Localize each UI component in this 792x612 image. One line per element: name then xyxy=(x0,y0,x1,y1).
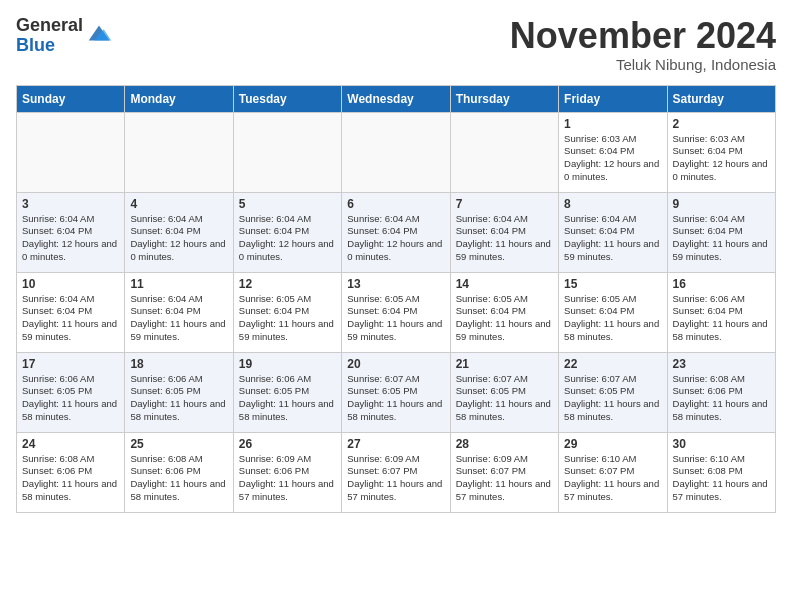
page-header: General Blue November 2024 Teluk Nibung,… xyxy=(16,16,776,73)
weekday-header-tuesday: Tuesday xyxy=(233,85,341,112)
calendar-cell: 17Sunrise: 6:06 AM Sunset: 6:05 PM Dayli… xyxy=(17,352,125,432)
weekday-header-saturday: Saturday xyxy=(667,85,775,112)
day-info: Sunrise: 6:04 AM Sunset: 6:04 PM Dayligh… xyxy=(347,213,444,264)
day-number: 3 xyxy=(22,197,119,211)
day-info: Sunrise: 6:04 AM Sunset: 6:04 PM Dayligh… xyxy=(130,293,227,344)
calendar-cell xyxy=(17,112,125,192)
day-info: Sunrise: 6:03 AM Sunset: 6:04 PM Dayligh… xyxy=(673,133,770,184)
day-info: Sunrise: 6:06 AM Sunset: 6:05 PM Dayligh… xyxy=(22,373,119,424)
day-info: Sunrise: 6:04 AM Sunset: 6:04 PM Dayligh… xyxy=(239,213,336,264)
weekday-header-monday: Monday xyxy=(125,85,233,112)
calendar-cell xyxy=(450,112,558,192)
logo-icon xyxy=(85,20,113,48)
day-info: Sunrise: 6:05 AM Sunset: 6:04 PM Dayligh… xyxy=(239,293,336,344)
day-number: 11 xyxy=(130,277,227,291)
day-number: 2 xyxy=(673,117,770,131)
day-info: Sunrise: 6:06 AM Sunset: 6:05 PM Dayligh… xyxy=(239,373,336,424)
calendar-cell: 30Sunrise: 6:10 AM Sunset: 6:08 PM Dayli… xyxy=(667,432,775,512)
calendar-cell: 24Sunrise: 6:08 AM Sunset: 6:06 PM Dayli… xyxy=(17,432,125,512)
day-number: 15 xyxy=(564,277,661,291)
calendar-cell: 21Sunrise: 6:07 AM Sunset: 6:05 PM Dayli… xyxy=(450,352,558,432)
day-info: Sunrise: 6:10 AM Sunset: 6:08 PM Dayligh… xyxy=(673,453,770,504)
weekday-header-wednesday: Wednesday xyxy=(342,85,450,112)
weekday-header-thursday: Thursday xyxy=(450,85,558,112)
day-info: Sunrise: 6:05 AM Sunset: 6:04 PM Dayligh… xyxy=(456,293,553,344)
day-number: 13 xyxy=(347,277,444,291)
calendar-week-row: 24Sunrise: 6:08 AM Sunset: 6:06 PM Dayli… xyxy=(17,432,776,512)
calendar-cell: 28Sunrise: 6:09 AM Sunset: 6:07 PM Dayli… xyxy=(450,432,558,512)
day-number: 21 xyxy=(456,357,553,371)
calendar-table: SundayMondayTuesdayWednesdayThursdayFrid… xyxy=(16,85,776,513)
day-number: 28 xyxy=(456,437,553,451)
day-info: Sunrise: 6:04 AM Sunset: 6:04 PM Dayligh… xyxy=(22,213,119,264)
calendar-cell: 15Sunrise: 6:05 AM Sunset: 6:04 PM Dayli… xyxy=(559,272,667,352)
day-info: Sunrise: 6:07 AM Sunset: 6:05 PM Dayligh… xyxy=(347,373,444,424)
calendar-cell: 19Sunrise: 6:06 AM Sunset: 6:05 PM Dayli… xyxy=(233,352,341,432)
day-number: 27 xyxy=(347,437,444,451)
day-number: 18 xyxy=(130,357,227,371)
calendar-week-row: 10Sunrise: 6:04 AM Sunset: 6:04 PM Dayli… xyxy=(17,272,776,352)
day-number: 26 xyxy=(239,437,336,451)
calendar-cell: 6Sunrise: 6:04 AM Sunset: 6:04 PM Daylig… xyxy=(342,192,450,272)
day-number: 10 xyxy=(22,277,119,291)
calendar-cell: 9Sunrise: 6:04 AM Sunset: 6:04 PM Daylig… xyxy=(667,192,775,272)
calendar-cell: 1Sunrise: 6:03 AM Sunset: 6:04 PM Daylig… xyxy=(559,112,667,192)
day-info: Sunrise: 6:06 AM Sunset: 6:05 PM Dayligh… xyxy=(130,373,227,424)
day-number: 17 xyxy=(22,357,119,371)
calendar-cell xyxy=(233,112,341,192)
calendar-cell: 22Sunrise: 6:07 AM Sunset: 6:05 PM Dayli… xyxy=(559,352,667,432)
day-number: 8 xyxy=(564,197,661,211)
day-info: Sunrise: 6:04 AM Sunset: 6:04 PM Dayligh… xyxy=(673,213,770,264)
day-number: 25 xyxy=(130,437,227,451)
logo-blue: Blue xyxy=(16,35,55,55)
calendar-cell: 26Sunrise: 6:09 AM Sunset: 6:06 PM Dayli… xyxy=(233,432,341,512)
day-number: 19 xyxy=(239,357,336,371)
day-info: Sunrise: 6:08 AM Sunset: 6:06 PM Dayligh… xyxy=(130,453,227,504)
day-info: Sunrise: 6:04 AM Sunset: 6:04 PM Dayligh… xyxy=(130,213,227,264)
weekday-header-friday: Friday xyxy=(559,85,667,112)
day-number: 1 xyxy=(564,117,661,131)
calendar-cell: 25Sunrise: 6:08 AM Sunset: 6:06 PM Dayli… xyxy=(125,432,233,512)
logo: General Blue xyxy=(16,16,113,56)
day-info: Sunrise: 6:05 AM Sunset: 6:04 PM Dayligh… xyxy=(347,293,444,344)
calendar-cell: 2Sunrise: 6:03 AM Sunset: 6:04 PM Daylig… xyxy=(667,112,775,192)
day-info: Sunrise: 6:06 AM Sunset: 6:04 PM Dayligh… xyxy=(673,293,770,344)
day-number: 4 xyxy=(130,197,227,211)
calendar-cell: 5Sunrise: 6:04 AM Sunset: 6:04 PM Daylig… xyxy=(233,192,341,272)
calendar-cell xyxy=(125,112,233,192)
day-number: 7 xyxy=(456,197,553,211)
day-number: 9 xyxy=(673,197,770,211)
day-info: Sunrise: 6:10 AM Sunset: 6:07 PM Dayligh… xyxy=(564,453,661,504)
day-info: Sunrise: 6:09 AM Sunset: 6:07 PM Dayligh… xyxy=(347,453,444,504)
day-info: Sunrise: 6:04 AM Sunset: 6:04 PM Dayligh… xyxy=(564,213,661,264)
title-area: November 2024 Teluk Nibung, Indonesia xyxy=(510,16,776,73)
calendar-cell: 3Sunrise: 6:04 AM Sunset: 6:04 PM Daylig… xyxy=(17,192,125,272)
day-number: 20 xyxy=(347,357,444,371)
calendar-cell: 8Sunrise: 6:04 AM Sunset: 6:04 PM Daylig… xyxy=(559,192,667,272)
calendar-cell: 29Sunrise: 6:10 AM Sunset: 6:07 PM Dayli… xyxy=(559,432,667,512)
calendar-cell: 23Sunrise: 6:08 AM Sunset: 6:06 PM Dayli… xyxy=(667,352,775,432)
calendar-cell: 13Sunrise: 6:05 AM Sunset: 6:04 PM Dayli… xyxy=(342,272,450,352)
logo-general: General xyxy=(16,15,83,35)
calendar-cell: 27Sunrise: 6:09 AM Sunset: 6:07 PM Dayli… xyxy=(342,432,450,512)
day-number: 24 xyxy=(22,437,119,451)
location: Teluk Nibung, Indonesia xyxy=(510,56,776,73)
day-info: Sunrise: 6:08 AM Sunset: 6:06 PM Dayligh… xyxy=(673,373,770,424)
calendar-cell: 7Sunrise: 6:04 AM Sunset: 6:04 PM Daylig… xyxy=(450,192,558,272)
calendar-cell: 12Sunrise: 6:05 AM Sunset: 6:04 PM Dayli… xyxy=(233,272,341,352)
calendar-cell: 4Sunrise: 6:04 AM Sunset: 6:04 PM Daylig… xyxy=(125,192,233,272)
calendar-cell: 14Sunrise: 6:05 AM Sunset: 6:04 PM Dayli… xyxy=(450,272,558,352)
day-number: 14 xyxy=(456,277,553,291)
calendar-cell: 10Sunrise: 6:04 AM Sunset: 6:04 PM Dayli… xyxy=(17,272,125,352)
calendar-week-row: 3Sunrise: 6:04 AM Sunset: 6:04 PM Daylig… xyxy=(17,192,776,272)
calendar-week-row: 17Sunrise: 6:06 AM Sunset: 6:05 PM Dayli… xyxy=(17,352,776,432)
day-info: Sunrise: 6:08 AM Sunset: 6:06 PM Dayligh… xyxy=(22,453,119,504)
day-info: Sunrise: 6:04 AM Sunset: 6:04 PM Dayligh… xyxy=(22,293,119,344)
day-number: 29 xyxy=(564,437,661,451)
day-number: 5 xyxy=(239,197,336,211)
day-info: Sunrise: 6:09 AM Sunset: 6:07 PM Dayligh… xyxy=(456,453,553,504)
calendar-cell: 11Sunrise: 6:04 AM Sunset: 6:04 PM Dayli… xyxy=(125,272,233,352)
day-info: Sunrise: 6:03 AM Sunset: 6:04 PM Dayligh… xyxy=(564,133,661,184)
day-info: Sunrise: 6:04 AM Sunset: 6:04 PM Dayligh… xyxy=(456,213,553,264)
day-info: Sunrise: 6:07 AM Sunset: 6:05 PM Dayligh… xyxy=(564,373,661,424)
